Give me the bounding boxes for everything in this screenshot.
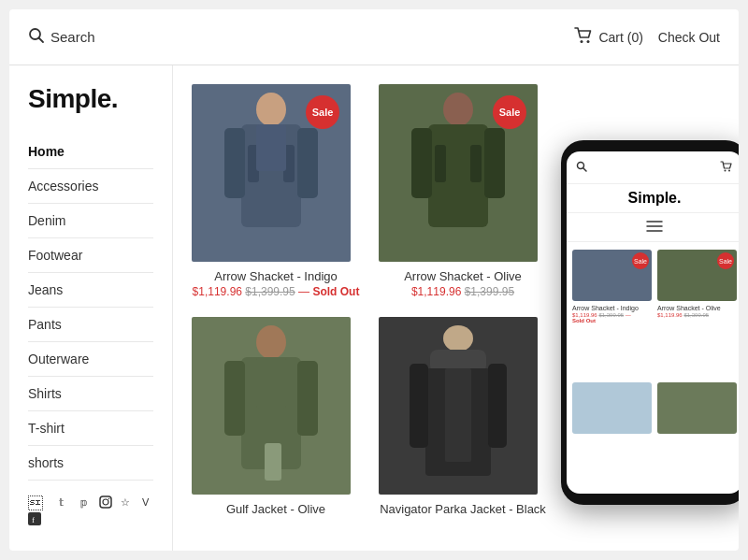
phone-product-img-4 bbox=[657, 382, 737, 434]
product-name-4: Navigator Parka Jacket - Black bbox=[379, 502, 547, 516]
phone-product-name-2: Arrow Shacket - Olive bbox=[657, 304, 737, 312]
nav-list: Home Accessories Denim Footwear Jeans Pa… bbox=[28, 135, 153, 481]
svg-rect-4 bbox=[28, 512, 41, 525]
svg-rect-24 bbox=[435, 145, 446, 182]
product-figure-3 bbox=[215, 322, 327, 490]
phone-product-3 bbox=[572, 382, 652, 486]
svg-rect-16 bbox=[297, 128, 318, 198]
search-icon bbox=[28, 27, 45, 48]
twitter-icon[interactable]: 𝕥 bbox=[58, 495, 71, 529]
search-label: Search bbox=[50, 29, 95, 45]
sidebar-item-tshirt[interactable]: T-shirt bbox=[28, 411, 153, 446]
svg-rect-36 bbox=[488, 364, 507, 448]
svg-point-10 bbox=[108, 498, 109, 499]
cart-icon bbox=[574, 27, 593, 48]
svg-rect-28 bbox=[224, 361, 245, 436]
svg-point-9 bbox=[103, 499, 108, 505]
phone-sale-badge-2: Sale bbox=[717, 252, 734, 269]
phone-screen: Simple. Sale Arrow Shacket - Indigo bbox=[567, 151, 739, 494]
svg-rect-19 bbox=[256, 124, 286, 171]
sidebar-item-shorts[interactable]: shorts bbox=[28, 446, 153, 481]
facebook-icon[interactable]:  f bbox=[28, 495, 50, 529]
product-card-1[interactable]: Sale Arrow Shacket - Indigo bbox=[192, 84, 360, 298]
phone-brand: Simple. bbox=[567, 184, 739, 213]
sidebar-item-shirts[interactable]: Shirts bbox=[28, 377, 153, 411]
svg-point-2 bbox=[581, 40, 583, 43]
sidebar-item-outerware[interactable]: Outerware bbox=[28, 342, 153, 377]
phone-product-price-2: $1,119.96 $1,399.95 bbox=[657, 312, 737, 318]
svg-text:V: V bbox=[142, 496, 150, 508]
sidebar-item-jeans[interactable]: Jeans bbox=[28, 273, 153, 308]
instagram-icon[interactable] bbox=[99, 495, 112, 529]
product-name-2: Arrow Shacket - Olive bbox=[379, 269, 547, 283]
phone-sold-out-1: Sold Out bbox=[572, 318, 652, 323]
brand-title: Simple. bbox=[28, 84, 153, 114]
body-area: Simple. Home Accessories Denim Footwear … bbox=[9, 65, 739, 551]
product-price-1: $1,119.96 $1,399.95 — Sold Out bbox=[192, 285, 360, 298]
product-card-3[interactable]: Gulf Jacket - Olive bbox=[192, 317, 360, 516]
svg-rect-22 bbox=[411, 128, 432, 198]
product-name-1: Arrow Shacket - Indigo bbox=[192, 269, 360, 283]
sidebar-item-home[interactable]: Home bbox=[28, 135, 153, 169]
header-left: Search bbox=[28, 27, 95, 48]
phone-product-name-1: Arrow Shacket - Indigo bbox=[572, 304, 652, 312]
svg-rect-25 bbox=[470, 145, 482, 182]
svg-rect-35 bbox=[410, 364, 428, 448]
sale-badge-2: Sale bbox=[493, 95, 526, 129]
svg-point-41 bbox=[728, 170, 730, 172]
phone-sale-badge-1: Sale bbox=[632, 252, 649, 269]
phone-cart-icon bbox=[720, 159, 733, 176]
phone-product-2: Sale Arrow Shacket - Olive $1,119.96 $1,… bbox=[657, 250, 737, 377]
product-price-2: $1,119.96 $1,399.95 bbox=[379, 285, 547, 298]
phone-mockup: Simple. Sale Arrow Shacket - Indigo bbox=[561, 140, 739, 505]
svg-rect-8 bbox=[100, 496, 111, 508]
pinterest-icon[interactable]: 𝕡 bbox=[79, 495, 92, 529]
header: Search Cart (0) Check Out bbox=[9, 9, 739, 65]
svg-point-32 bbox=[443, 325, 473, 352]
product-card-4[interactable]: Navigator Parka Jacket - Black bbox=[379, 317, 547, 516]
svg-point-13 bbox=[256, 93, 286, 126]
sidebar: Simple. Home Accessories Denim Footwear … bbox=[9, 65, 173, 551]
svg-rect-37 bbox=[445, 368, 471, 462]
svg-rect-30 bbox=[256, 357, 286, 409]
sidebar-item-footwear[interactable]: Footwear bbox=[28, 238, 153, 273]
svg-line-1 bbox=[39, 37, 44, 42]
product-figure-4 bbox=[402, 322, 514, 490]
sale-badge-1: Sale bbox=[306, 95, 339, 129]
product-name-3: Gulf Jacket - Olive bbox=[192, 502, 360, 516]
svg-point-26 bbox=[256, 325, 286, 359]
vimeo-icon[interactable]: V bbox=[140, 495, 153, 529]
header-right: Cart (0) Check Out bbox=[574, 27, 720, 48]
phone-product-1: Sale Arrow Shacket - Indigo $1,119.96 $1… bbox=[572, 250, 652, 377]
search-button[interactable]: Search bbox=[28, 27, 95, 48]
product-image-2: Sale bbox=[379, 84, 538, 262]
svg-text:𝕥: 𝕥 bbox=[59, 496, 64, 508]
product-image-4 bbox=[379, 317, 538, 495]
svg-line-39 bbox=[583, 168, 587, 172]
phone-menu-icon bbox=[567, 213, 739, 242]
svg-text:f: f bbox=[32, 515, 35, 524]
sidebar-item-denim[interactable]: Denim bbox=[28, 204, 153, 238]
svg-point-3 bbox=[587, 40, 590, 43]
svg-point-20 bbox=[443, 93, 473, 126]
svg-rect-15 bbox=[224, 128, 245, 198]
phone-header bbox=[567, 151, 739, 184]
product-card-2[interactable]: Sale Arrow Shacket - Olive $1,119.96 bbox=[379, 84, 547, 298]
product-image-1: Sale bbox=[192, 84, 351, 262]
sidebar-item-pants[interactable]: Pants bbox=[28, 308, 153, 342]
snapchat-icon[interactable]: ☆ bbox=[120, 495, 133, 529]
phone-products: Sale Arrow Shacket - Indigo $1,119.96 $1… bbox=[567, 242, 739, 494]
cart-button[interactable]: Cart (0) bbox=[574, 27, 642, 48]
checkout-button[interactable]: Check Out bbox=[658, 30, 720, 45]
cart-label: Cart (0) bbox=[598, 30, 642, 45]
phone-search-icon bbox=[576, 159, 587, 176]
svg-rect-31 bbox=[265, 443, 281, 481]
product-image-3 bbox=[192, 317, 351, 495]
main-content: Sale Arrow Shacket - Indigo bbox=[173, 65, 739, 551]
svg-text:𝕡: 𝕡 bbox=[80, 496, 88, 509]
svg-rect-23 bbox=[484, 128, 505, 198]
sidebar-item-accessories[interactable]: Accessories bbox=[28, 169, 153, 204]
social-icons:  f 𝕥 𝕡 bbox=[28, 495, 153, 529]
products-grid: Sale Arrow Shacket - Indigo bbox=[192, 84, 547, 516]
phone-product-4 bbox=[657, 382, 737, 486]
